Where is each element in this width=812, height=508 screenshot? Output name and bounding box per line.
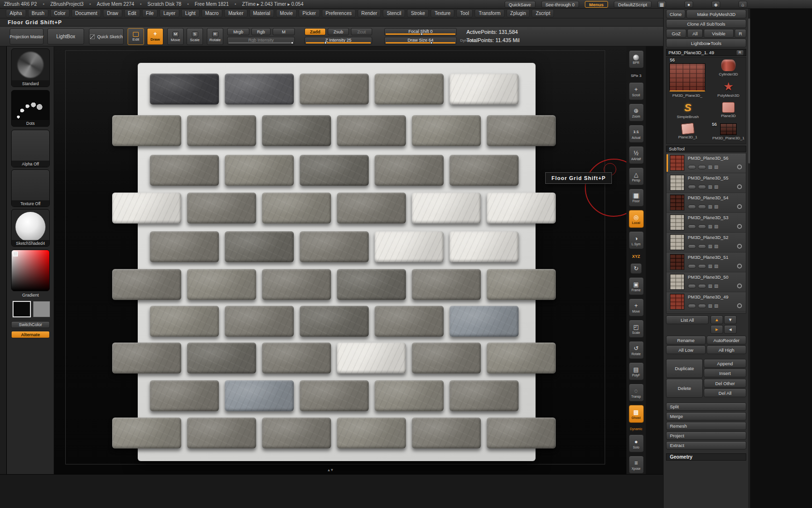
- quicksave-button[interactable]: QuickSave: [505, 1, 536, 8]
- subtool-section-bar[interactable]: Merge: [666, 412, 746, 420]
- goz-button[interactable]: GoZ: [666, 29, 686, 38]
- focal-shift-slider[interactable]: Focal Shift 0: [384, 28, 457, 36]
- z-intensity-slider[interactable]: Z Intensity 25: [304, 37, 372, 45]
- append-button[interactable]: Append: [704, 359, 746, 368]
- visibility-toggle[interactable]: [688, 205, 696, 209]
- visibility-toggle[interactable]: [688, 185, 696, 189]
- mrgb-button[interactable]: Mrgb: [227, 28, 249, 35]
- render-toggle[interactable]: [698, 185, 706, 189]
- paint-toggle-icon[interactable]: ▨: [708, 303, 712, 308]
- all-high-button[interactable]: All High: [707, 345, 746, 354]
- shelf-button[interactable]: ◑ L.Sym: [629, 231, 644, 249]
- shelf-button[interactable]: + Scroll: [629, 82, 644, 100]
- menu-item[interactable]: Material: [249, 9, 275, 17]
- sphere-icon[interactable]: ●: [684, 1, 693, 8]
- tool-r-button[interactable]: R: [736, 50, 744, 56]
- subtool-list-item[interactable]: PM3D_Plane3D_54 ▨ ▧: [667, 193, 746, 213]
- visibility-toggle[interactable]: [688, 304, 696, 308]
- subtool-list-item[interactable]: PM3D_Plane3D_55 ▨ ▧: [667, 173, 746, 193]
- paint-toggle-icon[interactable]: ▨: [708, 224, 712, 229]
- subtool-list-item[interactable]: PM3D_Plane3D_49 ▨ ▧: [667, 292, 746, 312]
- shelf-button[interactable]: ½ AAHalf: [629, 146, 644, 164]
- paint-toggle-icon[interactable]: ▨: [708, 244, 712, 249]
- menu-item[interactable]: Tool: [456, 9, 473, 17]
- current-tool-thumbnail[interactable]: [669, 63, 705, 91]
- polypaint-circle-toggle[interactable]: [737, 184, 742, 189]
- select-prev-button[interactable]: ◄: [724, 325, 737, 334]
- render-toggle[interactable]: [698, 205, 706, 209]
- rename-button[interactable]: Rename: [666, 336, 706, 344]
- clone-all-subtools-button[interactable]: Clone All SubTools: [666, 19, 746, 28]
- subtool-list-item[interactable]: PM3D_Plane3D_52 ▨ ▧: [667, 233, 746, 253]
- grid-icon[interactable]: ▦: [657, 1, 666, 8]
- projection-master-button[interactable]: Projection Master: [10, 29, 44, 45]
- edit-mode-button[interactable]: Edit: [128, 28, 144, 45]
- current-alpha-button[interactable]: Alpha Off: [11, 130, 50, 167]
- current-texture-button[interactable]: Texture Off: [11, 169, 50, 207]
- visibility-toggle[interactable]: [688, 165, 696, 169]
- all-low-button[interactable]: All Low: [666, 345, 706, 354]
- quick-sketch-button[interactable]: Quick Sketch: [89, 29, 124, 45]
- mask-toggle-icon[interactable]: ▧: [714, 164, 719, 169]
- tool-item-plane3d-1[interactable]: Plane3D_1: [667, 123, 708, 139]
- move-up-button[interactable]: ▲: [710, 315, 723, 324]
- clone-button[interactable]: Clone: [666, 10, 685, 18]
- render-toggle[interactable]: [698, 304, 706, 308]
- polypaint-circle-toggle[interactable]: [737, 164, 742, 169]
- shelf-button[interactable]: ⊕ Zoom: [629, 104, 644, 121]
- menu-item[interactable]: Macro: [202, 9, 223, 17]
- list-all-button[interactable]: List All: [666, 315, 709, 324]
- polypaint-circle-toggle[interactable]: [737, 204, 742, 209]
- m-button[interactable]: M: [273, 28, 295, 35]
- zadd-button[interactable]: Zadd: [304, 28, 326, 35]
- menu-item[interactable]: Stencil: [383, 9, 405, 17]
- main-color-swatch[interactable]: [13, 301, 31, 317]
- menu-item[interactable]: Document: [72, 9, 102, 17]
- subtool-section-bar[interactable]: Split: [666, 403, 746, 411]
- mask-toggle-icon[interactable]: ▧: [714, 184, 719, 189]
- subtool-section-bar[interactable]: Extract: [666, 441, 746, 449]
- alternate-button[interactable]: Alternate: [11, 331, 50, 338]
- paint-toggle-icon[interactable]: ▨: [708, 264, 712, 269]
- visibility-toggle[interactable]: [688, 264, 696, 269]
- shelf-button[interactable]: ◌ Transp: [629, 384, 644, 402]
- shelf-button[interactable]: Dynamic: [629, 426, 644, 431]
- polypaint-circle-toggle[interactable]: [737, 284, 742, 288]
- subtool-list-item[interactable]: PM3D_Plane3D_51 ▨ ▧: [667, 253, 746, 272]
- menu-item[interactable]: Texture: [431, 9, 454, 17]
- menu-item[interactable]: Render: [358, 9, 381, 17]
- render-toggle[interactable]: [698, 264, 706, 269]
- menu-item[interactable]: Color: [50, 9, 70, 17]
- switch-color-button[interactable]: SwitchColor: [11, 321, 50, 328]
- mask-toggle-icon[interactable]: ▧: [714, 204, 719, 209]
- visibility-toggle[interactable]: [688, 224, 696, 229]
- menu-item[interactable]: Draw: [103, 9, 122, 17]
- tool-item-simplebrush[interactable]: S SimpleBrush: [667, 102, 708, 119]
- mask-toggle-icon[interactable]: ▧: [714, 284, 719, 288]
- paint-toggle-icon[interactable]: ▨: [708, 184, 712, 189]
- canvas-scroll-arrows[interactable]: ▴▾: [328, 467, 334, 472]
- polypaint-circle-toggle[interactable]: [737, 244, 742, 249]
- subtool-list-item[interactable]: PM3D_Plane3D_50 ▨ ▧: [667, 272, 746, 292]
- shelf-button[interactable]: ▣ Frame: [629, 277, 644, 295]
- draw-size-slider[interactable]: Draw Size 64: [384, 37, 457, 45]
- render-toggle[interactable]: [698, 244, 706, 249]
- menu-item[interactable]: Alpha: [6, 9, 26, 17]
- goz-all-button[interactable]: All: [687, 29, 703, 38]
- menu-item[interactable]: Edit: [124, 9, 140, 17]
- shelf-button[interactable]: ▦ Floor: [629, 189, 644, 207]
- shelf-button[interactable]: ↻: [630, 263, 642, 274]
- menu-item[interactable]: Picker: [299, 9, 320, 17]
- menu-item[interactable]: Transform: [475, 9, 504, 17]
- make-polymesh3d-button[interactable]: Make PolyMesh3D: [686, 10, 746, 18]
- visibility-toggle[interactable]: [688, 284, 696, 288]
- subtool-section-bar[interactable]: Remesh: [666, 422, 746, 430]
- rgb-button[interactable]: Rgb: [251, 28, 271, 35]
- del-other-button[interactable]: Del Other: [704, 379, 746, 388]
- subtool-section-bar[interactable]: Project: [666, 432, 746, 440]
- lock-icon[interactable]: ◈: [711, 1, 720, 8]
- subtool-section-header[interactable]: SubTool: [666, 146, 746, 152]
- polypaint-circle-toggle[interactable]: [737, 264, 742, 269]
- mask-toggle-icon[interactable]: ▧: [714, 224, 719, 229]
- subtool-list-item[interactable]: PM3D_Plane3D_53 ▨ ▧: [667, 213, 746, 233]
